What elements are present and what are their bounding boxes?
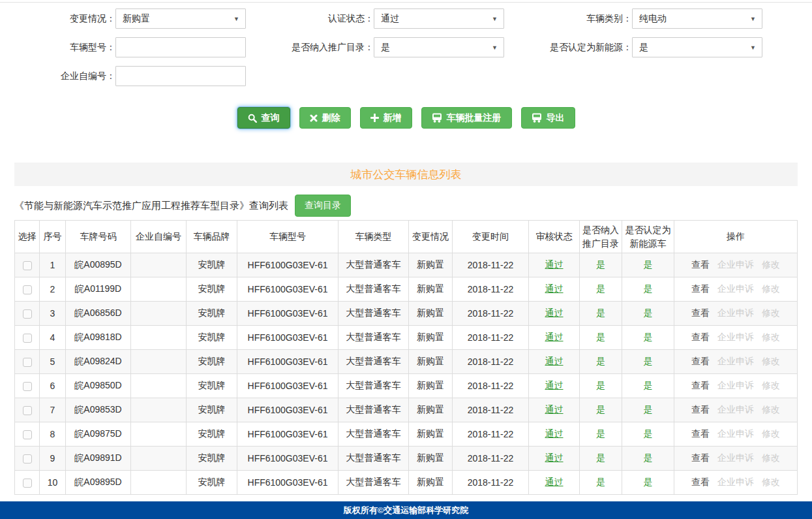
vehicle-category-select[interactable]: 纯电动 ▼ <box>632 8 762 29</box>
change-cell: 新购置 <box>409 447 453 471</box>
actions-cell: 查看企业申诉修改 <box>674 398 798 422</box>
modify-link[interactable]: 修改 <box>762 477 780 487</box>
audit-status-link[interactable]: 通过 <box>545 259 564 270</box>
appeal-link[interactable]: 企业申诉 <box>717 332 754 342</box>
is-new-energy-select[interactable]: 是 ▼ <box>632 37 762 57</box>
vehicle-type-cell: 大型普通客车 <box>338 447 409 471</box>
row-checkbox[interactable] <box>23 358 32 367</box>
field-enterprise-no: 企业自编号： <box>0 66 246 86</box>
bus-icon <box>532 113 542 123</box>
row-checkbox[interactable] <box>23 479 32 488</box>
brand-cell: 安凯牌 <box>187 253 237 277</box>
in-catalog-cell: 是 <box>580 350 622 374</box>
column-header-in-catalog: 是否纳入推广目录 <box>580 221 622 253</box>
modify-link[interactable]: 修改 <box>762 307 780 318</box>
vehicle-model-input[interactable] <box>115 37 246 57</box>
row-checkbox[interactable] <box>23 454 32 464</box>
view-link[interactable]: 查看 <box>691 380 710 390</box>
view-link[interactable]: 查看 <box>691 477 710 487</box>
view-link[interactable]: 查看 <box>691 404 710 415</box>
actions-cell: 查看企业申诉修改 <box>674 422 798 447</box>
row-checkbox[interactable] <box>23 406 32 415</box>
brand-cell: 安凯牌 <box>187 326 237 350</box>
select-cell <box>15 398 40 422</box>
appeal-link[interactable]: 企业申诉 <box>717 283 754 294</box>
change-status-select[interactable]: 新购置 ▼ <box>115 8 246 29</box>
audit-status-link[interactable]: 通过 <box>545 307 564 318</box>
modify-link[interactable]: 修改 <box>762 452 780 463</box>
view-link[interactable]: 查看 <box>691 332 710 342</box>
audit-status-link[interactable]: 通过 <box>545 356 564 366</box>
appeal-link[interactable]: 企业申诉 <box>717 404 754 415</box>
row-checkbox[interactable] <box>23 285 32 294</box>
audit-status-cell: 通过 <box>529 374 580 398</box>
change-cell: 新购置 <box>409 326 453 350</box>
change-cell: 新购置 <box>409 253 453 277</box>
view-link[interactable]: 查看 <box>691 428 710 439</box>
appeal-link[interactable]: 企业申诉 <box>717 477 754 487</box>
view-link[interactable]: 查看 <box>691 452 710 463</box>
plate-cell: 皖A09853D <box>66 398 131 422</box>
query-button[interactable]: 查询 <box>237 107 290 129</box>
model-cell: HFF6100G03EV-61 <box>237 277 338 302</box>
cert-status-select[interactable]: 通过 ▼ <box>374 8 504 29</box>
enterprise-no-cell <box>131 277 187 302</box>
appeal-link[interactable]: 企业申诉 <box>717 380 754 390</box>
modify-link[interactable]: 修改 <box>762 259 780 270</box>
appeal-link[interactable]: 企业申诉 <box>717 259 754 270</box>
audit-status-link[interactable]: 通过 <box>545 404 564 415</box>
view-link[interactable]: 查看 <box>691 356 710 366</box>
appeal-link[interactable]: 企业申诉 <box>717 307 754 318</box>
batch-register-button[interactable]: 车辆批量注册 <box>421 107 512 129</box>
row-checkbox[interactable] <box>23 309 32 319</box>
enterprise-no-cell <box>131 350 187 374</box>
add-button[interactable]: 新增 <box>360 107 412 129</box>
enterprise-no-input[interactable] <box>115 66 246 86</box>
chevron-down-icon: ▼ <box>492 44 498 51</box>
audit-status-link[interactable]: 通过 <box>545 452 564 463</box>
select-cell <box>15 253 40 277</box>
in-promo-catalog-select[interactable]: 是 ▼ <box>374 37 504 57</box>
audit-status-link[interactable]: 通过 <box>545 332 564 342</box>
plate-cell: 皖A09850D <box>66 374 131 398</box>
row-checkbox[interactable] <box>23 261 32 270</box>
plus-icon <box>370 114 379 122</box>
footer: 版权所有©交通运输部科学研究院 <box>0 501 812 519</box>
query-catalog-button[interactable]: 查询目录 <box>295 195 351 217</box>
enterprise-no-cell <box>131 326 187 350</box>
table-row: 2皖A01199D安凯牌HFF6100G03EV-61大型普通客车新购置2018… <box>15 277 798 302</box>
modify-link[interactable]: 修改 <box>762 283 780 294</box>
audit-status-link[interactable]: 通过 <box>545 477 564 487</box>
modify-link[interactable]: 修改 <box>762 332 780 342</box>
audit-status-cell: 通过 <box>529 326 580 350</box>
appeal-link[interactable]: 企业申诉 <box>717 428 754 439</box>
modify-link[interactable]: 修改 <box>762 356 780 366</box>
audit-status-link[interactable]: 通过 <box>545 283 564 294</box>
audit-status-link[interactable]: 通过 <box>545 380 564 390</box>
view-link[interactable]: 查看 <box>691 259 710 270</box>
view-link[interactable]: 查看 <box>691 307 710 318</box>
column-header-model: 车辆型号 <box>237 221 338 253</box>
copyright-text: 版权所有©交通运输部科学研究院 <box>344 505 469 516</box>
modify-link[interactable]: 修改 <box>762 428 780 439</box>
appeal-link[interactable]: 企业申诉 <box>717 356 754 366</box>
column-header-brand: 车辆品牌 <box>187 221 237 253</box>
column-header-change-date: 变更时间 <box>453 221 529 253</box>
row-checkbox[interactable] <box>23 382 32 391</box>
export-button[interactable]: 导出 <box>521 107 575 129</box>
delete-button[interactable]: 删除 <box>299 107 351 129</box>
appeal-link[interactable]: 企业申诉 <box>717 452 754 463</box>
row-checkbox[interactable] <box>23 334 32 343</box>
modify-link[interactable]: 修改 <box>762 404 780 415</box>
in-promo-catalog-label: 是否纳入推广目录： <box>292 42 374 54</box>
enterprise-no-cell <box>131 398 187 422</box>
modify-link[interactable]: 修改 <box>762 380 780 390</box>
row-checkbox[interactable] <box>23 430 32 439</box>
vehicle-model-label: 车辆型号： <box>70 42 115 54</box>
audit-status-link[interactable]: 通过 <box>545 428 564 439</box>
in-catalog-cell: 是 <box>580 302 622 326</box>
table-row: 8皖A09875D安凯牌HFF6100G03EV-61大型普通客车新购置2018… <box>15 422 798 447</box>
view-link[interactable]: 查看 <box>691 283 710 294</box>
table-row: 6皖A09850D安凯牌HFF6100G03EV-61大型普通客车新购置2018… <box>15 374 798 398</box>
audit-status-cell: 通过 <box>529 447 580 471</box>
